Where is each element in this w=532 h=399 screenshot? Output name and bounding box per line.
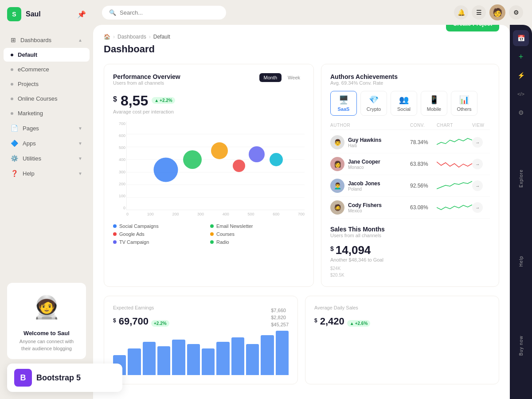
code-icon[interactable]: </> [513, 86, 529, 102]
sparkline-guy [437, 136, 472, 149]
legend-radio: Radio [210, 239, 305, 245]
table-row: 👨 Guy Hawkins Haiti 78.34% [330, 132, 490, 153]
authors-table-header: AUTHOR CONV. CHART VIEW [330, 121, 490, 130]
sidebar-item-online-courses[interactable]: Online Courses [4, 92, 90, 106]
bolt-icon[interactable]: ⚡ [513, 67, 529, 83]
help-label[interactable]: Help [519, 256, 524, 267]
sidebar-item-marketing[interactable]: Marketing [4, 106, 90, 120]
bar-5 [172, 340, 185, 375]
expected-earnings: Expected Earnings $ 69,700 +2.2% [113, 305, 264, 327]
sparkline-jane [437, 157, 472, 171]
table-row: 👩 Jane Cooper Monaco 63.83% [330, 153, 490, 175]
tab-social-label: Social [397, 106, 411, 112]
sidebar-item-projects[interactable]: Projects [4, 77, 90, 91]
bar-10 [246, 344, 259, 375]
create-project-button[interactable]: Create Project [446, 25, 499, 31]
search-input[interactable] [120, 9, 219, 16]
author-country-jane: Monaco [348, 165, 380, 170]
sales-section: Sales This Months Users from all channel… [330, 226, 490, 278]
search-box[interactable]: 🔍 [102, 6, 226, 20]
bubble-chart-container: 700 600 500 400 300 200 100 0 [113, 121, 305, 218]
author-tabs: 🖥️ SaaS 💎 Crypto 👥 Social [330, 91, 490, 116]
user-avatar[interactable]: 🧑 [489, 4, 505, 20]
tab-others[interactable]: 📊 Others [451, 91, 477, 116]
view-button-jacob[interactable]: → [472, 180, 483, 191]
bubble-google [211, 142, 228, 159]
sales-goal: Another $48,346 to Goal [330, 257, 490, 262]
earnings-value: $ 69,700 +2.2% [113, 316, 264, 327]
bar-3 [143, 342, 156, 375]
tab-social[interactable]: 👥 Social [391, 91, 417, 116]
earnings-badge: +2.2% [151, 320, 169, 327]
period-month-button[interactable]: Month [259, 73, 282, 82]
period-week-button[interactable]: Week [283, 73, 305, 82]
chevron-icon: ▲ [78, 38, 82, 43]
view-button-guy[interactable]: → [472, 137, 483, 148]
legend-dot-tv [113, 240, 117, 244]
sidebar: S Saul 📌 ⊞ Dashboards ▲ Default eCommerc… [0, 0, 93, 399]
bubble-email [183, 150, 202, 169]
tab-saas[interactable]: 🖥️ SaaS [330, 91, 357, 116]
breadcrumb-home[interactable]: 🏠 [104, 34, 110, 40]
sidebar-item-pages[interactable]: 📄 Pages ▼ [4, 121, 90, 135]
tab-mobile[interactable]: 📱 Mobile [421, 91, 447, 116]
legend-dot-google [113, 232, 117, 236]
view-button-cody[interactable]: → [472, 202, 483, 213]
col-chart: CHART [437, 123, 472, 128]
bubble-red [233, 160, 245, 172]
avatar-guy: 👨 [330, 135, 344, 149]
sidebar-label-pages: Pages [23, 125, 39, 132]
menu-icon[interactable]: ☰ [472, 5, 486, 20]
bar-7 [202, 348, 215, 375]
right-sidebar: 📅 + ⚡ </> ⚙ Explore Help Buy now [510, 25, 532, 399]
gear-icon[interactable]: ⚙ [513, 105, 529, 121]
sidebar-item-utilities[interactable]: ⚙️ Utilities ▼ [4, 151, 90, 165]
sidebar-item-dashboards[interactable]: ⊞ Dashboards ▲ [4, 33, 90, 47]
dashboards-icon: ⊞ [11, 36, 16, 43]
dot-icon [11, 98, 13, 100]
help-icon: ❓ [11, 170, 18, 177]
pin-icon[interactable]: 📌 [77, 10, 86, 19]
author-info-cody: 🧔 Cody Fishers Mexico [330, 200, 410, 215]
chevron-icon: ▼ [78, 141, 82, 146]
main-area: 🔍 🔔 ☰ 🧑 ⚙ 🏠 › Dashboards › [93, 0, 532, 399]
apps-icon: 🔷 [11, 140, 18, 147]
settings-icon[interactable]: ⚙ [509, 5, 523, 20]
period-toggle: Month Week [259, 73, 305, 82]
sidebar-bottom: 🧑‍🚀 Welcome to Saul Anyone can connect w… [0, 276, 93, 399]
legend-tv: TV Campaign [113, 239, 207, 245]
saas-icon: 🖥️ [339, 95, 348, 105]
earnings-side-labels: $7,660 $2,820 $45,257 [271, 305, 289, 327]
content: 🏠 › Dashboards › Default Dashboard Creat… [93, 25, 510, 399]
author-info-guy: 👨 Guy Hawkins Haiti [330, 135, 410, 149]
bubble-chart [126, 121, 305, 210]
dot-icon [11, 112, 13, 115]
explore-label[interactable]: Explore [519, 169, 524, 188]
table-row: 🧔 Cody Fishers Mexico 63.08% [330, 197, 490, 219]
sidebar-item-default[interactable]: Default [4, 48, 90, 62]
earnings-row: Expected Earnings $ 69,700 +2.2% $7,660 … [113, 305, 289, 327]
legend-social: Social Campaigns [113, 223, 207, 229]
author-country-guy: Haiti [348, 143, 381, 148]
legend-dot-radio [210, 240, 214, 244]
view-button-jane[interactable]: → [472, 159, 483, 169]
col-view: VIEW [472, 123, 490, 128]
bar-chart [113, 331, 289, 375]
sidebar-item-ecommerce[interactable]: eCommerce [4, 63, 90, 76]
topbar-right: 🔔 ☰ 🧑 ⚙ [454, 4, 523, 20]
daily-sales-label: Average Daily Sales [314, 305, 490, 310]
add-icon[interactable]: + [513, 49, 529, 65]
tab-crypto[interactable]: 💎 Crypto [360, 91, 387, 116]
mobile-icon: 📱 [429, 95, 439, 105]
sidebar-item-help[interactable]: ❓ Help ▼ [4, 166, 90, 180]
calendar-icon[interactable]: 📅 [513, 30, 529, 46]
x-axis: 0 100 200 300 400 500 600 700 [126, 210, 305, 218]
earnings-label: Expected Earnings [113, 305, 264, 310]
bootstrap-badge: B Bootstrap 5 [7, 364, 122, 392]
bar-4 [157, 346, 170, 375]
buy-now-label[interactable]: Buy now [519, 336, 524, 356]
sidebar-label-marketing: Marketing [18, 110, 43, 117]
notifications-icon[interactable]: 🔔 [454, 5, 468, 20]
sidebar-item-apps[interactable]: 🔷 Apps ▼ [4, 136, 90, 150]
breadcrumb-dashboards[interactable]: Dashboards [117, 34, 146, 40]
